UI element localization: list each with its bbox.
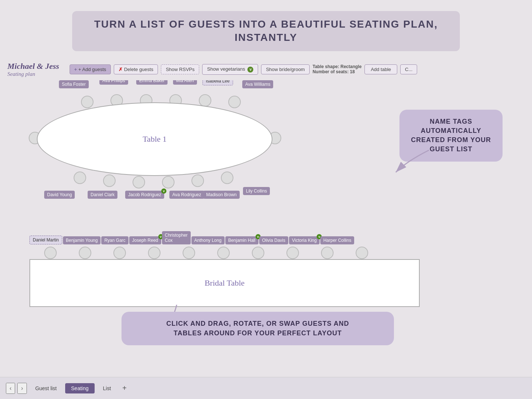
guest-tag-madison-brown[interactable]: Madison Brown [203, 191, 240, 199]
guest-tag-sofia-foster[interactable]: Sofia Foster [59, 80, 89, 88]
header-banner: TURN A LIST OF GUESTS INTO A BEAUTIFUL S… [0, 0, 532, 59]
brand-name: Michael & Jess [7, 61, 59, 71]
seat [191, 174, 204, 187]
top-bar: Michael & Jess Seating plan + + Add gues… [0, 59, 532, 80]
seat [79, 247, 91, 259]
seat [252, 247, 264, 259]
guest-tag-ava-phillips[interactable]: Ava Phillips [99, 80, 128, 85]
seat [113, 247, 126, 259]
guest-tag-lily-collins[interactable]: Lily Collins [243, 187, 270, 195]
delete-guests-button[interactable]: ✗ Delete guests [114, 64, 158, 74]
header-title: TURN A LIST OF GUESTS INTO A BEAUTIFUL S… [94, 18, 438, 45]
seat [44, 247, 57, 259]
guest-tag-christopher-cox[interactable]: ChristopherCox [162, 231, 191, 244]
table-shape-value: Rectangle [341, 64, 362, 69]
seat [221, 172, 233, 184]
vegetarian-badge: v [247, 67, 253, 73]
guest-tag-emma-baker[interactable]: Emma Baker [136, 80, 168, 85]
tab-list[interactable]: List [97, 383, 117, 394]
show-vegetarians-button[interactable]: Show vegetarians v [202, 64, 258, 75]
nav-back-button[interactable]: ‹ [6, 383, 15, 394]
show-bride-groom-button[interactable]: Show bride/groom [261, 64, 310, 74]
guest-tag-benjamin-young[interactable]: Benjamin Young [63, 236, 101, 244]
seat [162, 176, 175, 188]
guest-tag-ava-rodriguez[interactable]: Ava Rodriguez [169, 191, 204, 199]
num-seats-label: Number of seats: [313, 69, 349, 74]
show-rsvps-button[interactable]: Show RSVPs [161, 64, 199, 74]
guest-tag-victoria-king[interactable]: Victoria King v [289, 236, 320, 244]
bridal-table-label: Bridal Table [205, 278, 245, 288]
brand: Michael & Jess Seating plan [7, 61, 59, 77]
add-table-label: Add table [371, 67, 391, 72]
seat [228, 96, 241, 108]
more-label: C... [405, 67, 412, 72]
bridal-table: Bridal Table [29, 259, 420, 307]
seating-area: Table 1 Sofia Foster Ava Phillips Emma B… [0, 80, 532, 349]
table-shape-label: Table shape: [313, 64, 339, 69]
seat [321, 247, 334, 259]
seat [133, 176, 145, 188]
drag-callout: CLICK AND DRAG, ROTATE, OR SWAP GUESTS A… [121, 312, 394, 345]
tab-guest-list[interactable]: Guest list [29, 383, 63, 394]
seat [183, 247, 195, 259]
guest-tag-david-young[interactable]: David Young [44, 191, 75, 199]
header-title-line1: TURN A LIST OF GUESTS INTO A BEAUTIFUL S… [94, 18, 438, 31]
guest-tag-daniel-martin[interactable]: Daniel Martin [29, 236, 62, 244]
guest-tag-jacob-rodriguez[interactable]: Jacob Rodriguez v [125, 191, 164, 199]
vegetarian-badge: v [161, 188, 166, 194]
nav-forward-button[interactable]: › [17, 383, 27, 394]
tab-seating[interactable]: Seating [65, 383, 94, 393]
guest-tag-benjamin-hall[interactable]: Benjamin Hall v [225, 236, 258, 244]
add-guests-label: + Add guests [78, 67, 106, 72]
bridal-section: Daniel Martin Benjamin Young Ryan Garc J… [29, 231, 420, 307]
guest-tag-daniel-clark[interactable]: Daniel Clark [88, 191, 117, 199]
show-vegetarians-label: Show vegetarians [207, 66, 245, 72]
guest-tag-ryan-garc[interactable]: Ryan Garc [101, 236, 128, 244]
add-table-button[interactable]: Add table [364, 64, 397, 74]
table-shape-info: Table shape: Rectangle Number of seats: … [313, 64, 362, 74]
seat [217, 247, 230, 259]
add-guests-button[interactable]: + + Add guests [70, 64, 111, 74]
num-seats-value: 18 [350, 69, 355, 74]
more-button[interactable]: C... [400, 64, 417, 74]
guest-tag-ava-williams[interactable]: Ava Williams [242, 80, 273, 88]
guest-tag-anthony-long[interactable]: Anthony Long [191, 236, 225, 244]
seat [103, 174, 116, 187]
nametags-arrow [392, 146, 436, 176]
show-bride-groom-label: Show bride/groom [266, 67, 305, 72]
guest-tag-olivia-davis[interactable]: Olivia Davis [259, 236, 288, 244]
guest-tag-joseph-reed[interactable]: Joseph Reed v [129, 236, 161, 244]
seat [199, 94, 211, 107]
show-rsvps-label: Show RSVPs [166, 67, 194, 72]
table1-label: Table 1 [142, 134, 166, 144]
x-icon: ✗ [119, 67, 123, 72]
header-title-line2: INSTANTLY [94, 31, 438, 44]
table1-container: Table 1 Sofia Foster Ava Phillips Emma B… [37, 102, 272, 176]
seat [286, 247, 299, 259]
seat [81, 96, 94, 108]
guest-tag-isabella-lee[interactable]: Isabella Lee v [202, 80, 233, 85]
seat [356, 247, 368, 259]
plus-icon: + [74, 67, 77, 72]
guest-tag-mia-allen[interactable]: Mia Allen [173, 80, 197, 85]
table1-oval: Table 1 [37, 102, 272, 176]
brand-subtitle: Seating plan [7, 71, 59, 77]
guest-tag-harper-collins[interactable]: Harper Collins [320, 236, 354, 244]
seat [74, 172, 86, 184]
header-banner-inner: TURN A LIST OF GUESTS INTO A BEAUTIFUL S… [72, 11, 460, 51]
tab-add-button[interactable]: + [119, 384, 130, 392]
delete-guests-label: Delete guests [124, 67, 154, 72]
seat [148, 247, 161, 259]
bottom-bar: ‹ › Guest list Seating List + [0, 377, 532, 399]
